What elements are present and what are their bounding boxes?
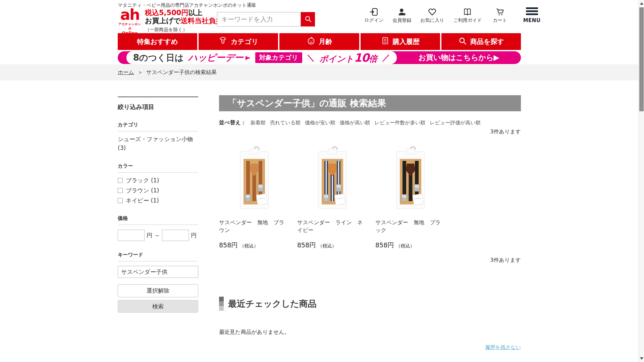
happy-day-banner[interactable]: 8のつく日は ハッピーデー 対象カテゴリ ＼ ポイント10倍 ／ お買い物はこち… [118,51,521,64]
price-max-input[interactable] [162,230,189,241]
breadcrumb-separator: ＞ [138,69,143,76]
sort-review-rating[interactable]: レビュー評価が高い順 [430,120,481,126]
favorites-label: お気に入り [420,17,444,23]
nav-featured-label: 特集おすすめ [137,37,178,46]
breadcrumb-current: サスペンダー子供の検索結果 [146,69,217,76]
scrollbar-thumb[interactable] [639,7,644,111]
product-price: 858円 [219,241,237,249]
member-register-button[interactable]: 会員登録 [392,7,411,23]
banner-slash-left: ＼ [307,52,315,63]
color-option-brown-label: ブラウン (1) [126,187,159,194]
banner-cta[interactable]: お買い物はこちらから▶ [397,51,521,64]
banner-inner: 8のつく日は ハッピーデー 対象カテゴリ ＼ ポイント10倍 ／ [126,51,397,64]
search-button[interactable] [301,12,315,26]
product-image [375,145,446,210]
login-button[interactable]: ログイン [364,7,383,23]
sort-price-desc[interactable]: 価格が高い順 [340,120,370,126]
facet-price-label: 価格 [118,215,198,222]
member-register-label: 会員登録 [392,17,411,23]
product-tax-note: （税込） [318,243,336,248]
shipping-note: （一部商品を除く） [145,25,230,34]
onesie-icon [218,36,227,47]
cart-icon [495,7,504,16]
price-tilde: ～ [154,232,160,239]
banner-target-category-badge: 対象カテゴリ [255,52,302,63]
nav-age-label: 月齢 [319,37,332,46]
sort-bestselling[interactable]: 売れている順 [270,120,301,126]
vertical-scrollbar [638,0,644,362]
breadcrumb-band: ホーム ＞ サスペンダー子供の検索結果 [0,64,644,80]
sort-price-asc[interactable]: 価格が安い順 [305,120,335,126]
header-quick-links: ログイン 会員登録 お気に入り ご利用ガイド カート [364,7,541,23]
filter-title: 絞り込み項目 [118,103,198,111]
product-price-row: 858円（税込） [375,241,453,250]
product-name[interactable]: サスペンダー 無地 ブラウン [219,219,288,234]
color-option-brown[interactable]: ブラウン (1) [118,187,198,194]
login-icon [369,7,378,16]
product-name[interactable]: サスペンダー 無地 ブラック [375,219,444,234]
checkbox-black[interactable] [118,178,123,183]
nav-find-product-label: 商品を探す [470,37,504,46]
nav-find-product[interactable]: 商品を探す [441,33,521,50]
color-option-navy[interactable]: ネイビー (1) [118,197,198,204]
product-price-row: 858円（税込） [297,241,375,250]
clear-selection-button[interactable]: 選択解除 [118,284,198,297]
search-input[interactable] [217,12,301,26]
sort-label: 並べ替え： [219,119,246,126]
banner-point-number: 10 [354,51,369,64]
divider [118,172,198,173]
results-title: 「サスペンダー子供」の通販 検索結果 [219,95,521,111]
page: マタニティ・ベビー用品の専門店アカチャンホンポのネット通販 ah アカチャンホン… [0,0,644,362]
favorites-button[interactable]: お気に入り [420,7,444,23]
breadcrumb-home-link[interactable]: ホーム [118,69,134,76]
color-option-black[interactable]: ブラック (1) [118,177,198,184]
filter-search-button[interactable]: 検索 [118,300,198,313]
facet-category-label: カテゴリ [118,122,198,128]
scrollbar-up-arrow[interactable] [640,2,643,5]
document-icon [381,37,389,47]
divider [118,225,198,225]
nav-category-label: カテゴリ [231,37,258,46]
sort-review-count[interactable]: レビュー件数が多い順 [375,120,426,126]
no-history-link[interactable]: 履歴を残さない [485,344,521,351]
checkbox-navy[interactable] [118,198,123,203]
shipping-amount-suffix: 以上 [188,9,202,17]
header-search [217,12,315,26]
product-card[interactable]: サスペンダー 無地 ブラウン 858円（税込） [219,145,297,250]
color-filter-list: ブラック (1) ブラウン (1) ネイビー (1) [118,177,198,204]
product-price: 858円 [375,241,394,249]
baby-face-icon [307,36,316,47]
result-count-top: 3件あります [490,128,521,135]
shipping-amount: 税込5,500円 [145,9,188,17]
cart-label: カート [493,17,507,23]
category-filter-item[interactable]: シューズ・ファッション小物(3) [118,135,198,152]
divider [118,261,198,261]
nav-search-icon [458,37,467,47]
nav-purchase-history[interactable]: 購入履歴 [361,33,440,50]
menu-label: MENU [523,17,541,23]
logo-mark: ah [117,8,143,21]
product-tax-note: （税込） [239,243,258,248]
facet-keyword-label: キーワード [118,252,198,258]
checkbox-brown[interactable] [118,188,123,193]
filter-sidebar: 絞り込み項目 カテゴリ シューズ・ファッション小物(3) カラー ブラック (1… [118,97,198,313]
recent-empty-message: 最近見た商品がありません。 [219,329,290,336]
guide-book-icon [463,7,472,16]
product-card[interactable]: サスペンダー 無地 ブラック 858円（税込） [375,145,453,250]
product-card[interactable]: サスペンダー ライン ネイビー 858円（税込） [297,145,375,250]
recent-section-header: 最近チェックした商品 [219,297,317,311]
search-icon [304,15,312,24]
nav-age[interactable]: 月齢 [279,33,359,50]
product-name[interactable]: サスペンダー ライン ネイビー [297,219,366,234]
price-min-input[interactable] [118,230,145,241]
nav-category[interactable]: カテゴリ [199,33,278,50]
cart-button[interactable]: カート [491,7,509,23]
scrollbar-down-arrow[interactable] [640,357,643,360]
keyword-input[interactable] [118,266,198,278]
facet-color-label: カラー [118,163,198,169]
made-in-japan-tag [413,194,424,205]
menu-button[interactable]: MENU [523,7,541,23]
nav-featured[interactable]: 特集おすすめ [118,33,197,50]
sort-newest[interactable]: 新着順 [251,120,266,126]
guide-button[interactable]: ご利用ガイド [453,7,482,23]
